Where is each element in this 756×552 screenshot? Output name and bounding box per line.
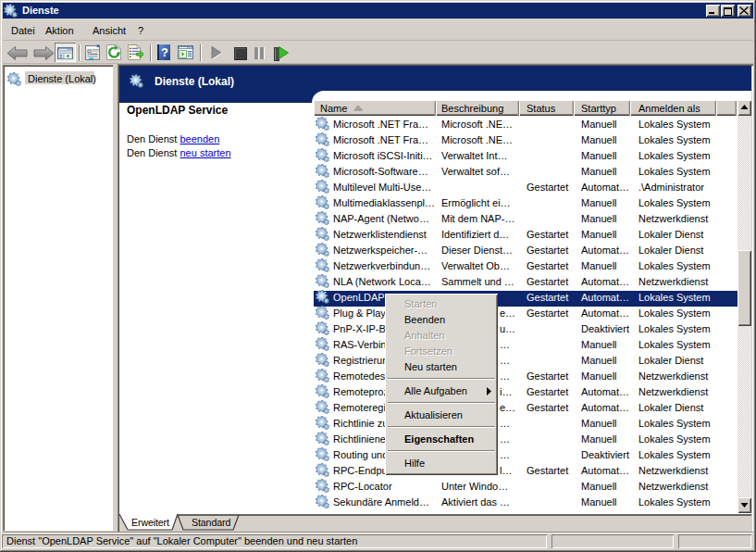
svg-text:Erweitert: Erweitert xyxy=(131,517,169,528)
svg-text:?: ? xyxy=(161,45,168,59)
svg-text:Standard: Standard xyxy=(192,517,230,528)
